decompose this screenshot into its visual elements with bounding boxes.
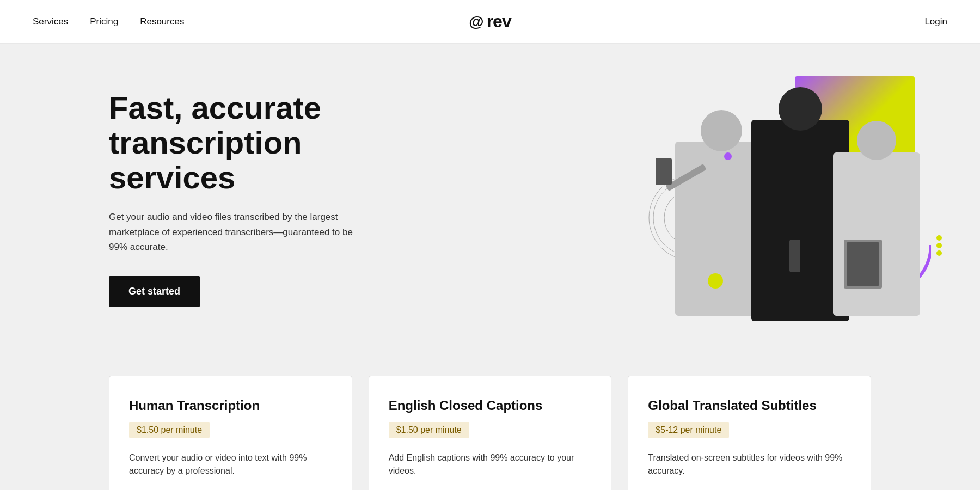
card-price-3: $5-12 per minute: [648, 422, 729, 438]
card-human-transcription: Human Transcription $1.50 per minute Con…: [109, 376, 352, 490]
hero-people: [632, 76, 947, 321]
card-title-2: English Closed Captions: [389, 398, 592, 413]
logo-text: rev: [487, 11, 511, 32]
nav-right: Login: [924, 16, 947, 27]
hero-section: Fast, accurate transcription services Ge…: [0, 44, 980, 354]
purple-dot-small: [724, 152, 732, 160]
yellow-dot-big: [708, 273, 723, 289]
card-english-closed-captions: English Closed Captions $1.50 per minute…: [369, 376, 612, 490]
hero-subtitle: Get your audio and video files transcrib…: [109, 210, 370, 254]
get-started-button[interactable]: Get started: [109, 276, 200, 307]
site-logo[interactable]: @ rev: [469, 11, 511, 32]
svg-rect-11: [833, 152, 920, 316]
yellow-dot-1: [936, 235, 942, 241]
hero-title: Fast, accurate transcription services: [109, 90, 436, 194]
svg-rect-14: [847, 242, 879, 286]
nav-services[interactable]: Services: [33, 16, 68, 27]
yellow-dot-2: [936, 243, 942, 248]
svg-rect-10: [789, 240, 800, 272]
card-desc-1: Convert your audio or video into text wi…: [129, 451, 332, 477]
card-title-3: Global Translated Subtitles: [648, 398, 851, 413]
nav-left: Services Pricing Resources: [33, 16, 184, 27]
svg-point-5: [701, 110, 742, 151]
svg-rect-7: [656, 158, 672, 185]
nav-resources[interactable]: Resources: [140, 16, 184, 27]
nav-pricing[interactable]: Pricing: [90, 16, 118, 27]
hero-image: [632, 76, 947, 321]
card-desc-2: Add English captions with 99% accuracy t…: [389, 451, 592, 477]
cards-section: Human Transcription $1.50 per minute Con…: [0, 354, 980, 490]
svg-point-12: [857, 121, 896, 160]
logo-at-icon: @: [469, 13, 483, 30]
card-desc-3: Translated on-screen subtitles for video…: [648, 451, 851, 477]
card-title-1: Human Transcription: [129, 398, 332, 413]
yellow-dots-cluster: [936, 235, 942, 256]
card-price-1: $1.50 per minute: [129, 422, 210, 438]
card-price-2: $1.50 per minute: [389, 422, 469, 438]
card-global-translated-subtitles: Global Translated Subtitles $5-12 per mi…: [628, 376, 871, 490]
yellow-dot-3: [936, 250, 942, 256]
hero-content: Fast, accurate transcription services Ge…: [109, 90, 436, 307]
svg-point-9: [779, 87, 822, 131]
navbar: Services Pricing Resources @ rev Login: [0, 0, 980, 44]
login-link[interactable]: Login: [924, 16, 947, 27]
